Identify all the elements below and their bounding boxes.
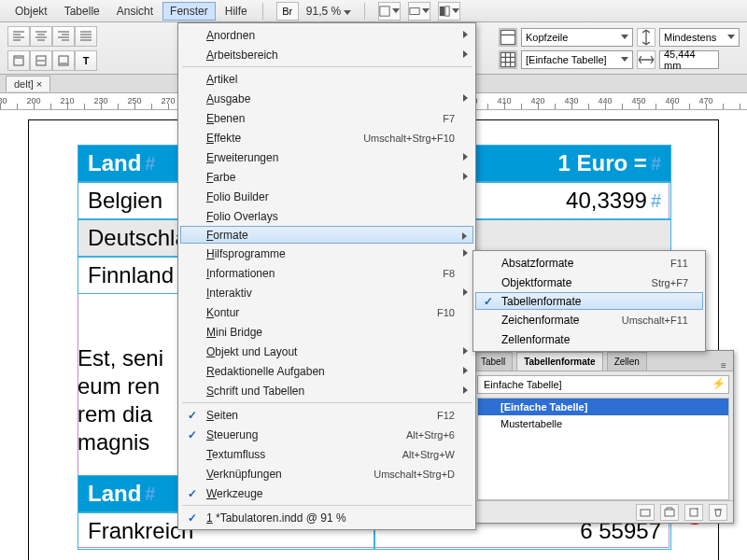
formate-submenu: AbsatzformateF11ObjektformateStrg+F7✓Tab… <box>472 250 706 352</box>
bridge-icon[interactable]: Br <box>276 2 299 21</box>
tabellenformate-panel: Tabell Tabellenformate Zellen ≡ Einfache… <box>472 350 734 524</box>
menu-item[interactable]: Formate <box>180 226 473 244</box>
menu-item[interactable]: Erweiterungen <box>180 147 473 167</box>
panel-style-select[interactable]: Einfache Tabelle] <box>477 375 729 394</box>
menu-hilfe[interactable]: Hilfe <box>218 2 255 21</box>
panel-tabs: Tabell Tabellenformate Zellen ≡ <box>473 351 733 371</box>
menu-item[interactable]: Hilfsprogramme <box>180 244 473 263</box>
menu-item[interactable]: Schrift und Tabellen <box>180 381 473 400</box>
panel-menu-icon[interactable]: ≡ <box>714 360 733 371</box>
align-justify-icon[interactable] <box>75 26 97 47</box>
menu-item[interactable]: TextumflussAlt+Strg+W <box>180 444 473 464</box>
svg-rect-11 <box>690 509 698 516</box>
menu-item[interactable]: Anordnen <box>180 25 473 45</box>
para-mark-icon: # <box>651 153 661 175</box>
menu-item[interactable]: ✓Werkzeuge <box>180 483 473 503</box>
menu-item[interactable]: InformationenF8 <box>180 263 473 283</box>
submenu-item[interactable]: Zellenformate <box>475 329 703 349</box>
view-mode-icon[interactable] <box>378 2 401 21</box>
fenster-menu: AnordnenArbeitsbereichArtikelAusgabeEben… <box>177 22 476 530</box>
row-icon <box>499 28 517 47</box>
menu-item[interactable]: Mini Bridge <box>180 322 473 342</box>
height-type-select[interactable]: Mindestens <box>659 28 740 47</box>
table-style-icon <box>499 50 517 69</box>
menu-item[interactable]: KonturF10 <box>180 302 473 322</box>
delete-style-icon[interactable] <box>709 504 727 521</box>
submenu-item[interactable]: ObjektformateStrg+F7 <box>475 273 703 292</box>
submenu-item[interactable]: AbsatzformateF11 <box>475 253 703 273</box>
menu-tabelle[interactable]: Tabelle <box>57 2 107 21</box>
svg-rect-7 <box>500 30 514 44</box>
panel-style-list: [Einfache Tabelle] Mustertabelle <box>477 398 729 500</box>
align-left-icon[interactable] <box>7 26 30 47</box>
text-rotate-icon[interactable]: T <box>75 50 97 71</box>
svg-rect-1 <box>410 7 419 14</box>
menu-item[interactable]: Farbe <box>180 167 473 187</box>
width-input[interactable]: 45,444 mm <box>659 50 719 69</box>
valign-bot-icon[interactable] <box>52 50 75 71</box>
align-right-icon[interactable] <box>52 26 75 47</box>
menu-item[interactable]: Folio Builder <box>180 187 473 206</box>
panel-tab-zellen[interactable]: Zellen <box>607 352 647 371</box>
valign-mid-icon[interactable] <box>30 50 52 71</box>
menu-item[interactable]: EbenenF7 <box>180 108 473 128</box>
svg-rect-10 <box>665 510 674 516</box>
svg-rect-3 <box>445 6 449 15</box>
svg-rect-2 <box>440 6 444 15</box>
menu-item[interactable]: Redaktionelle Aufgaben <box>180 361 473 381</box>
align-center-icon[interactable] <box>30 26 52 47</box>
row-type-select[interactable]: Kopfzeile <box>521 28 633 47</box>
new-style-icon[interactable] <box>684 504 703 521</box>
zoom-level[interactable]: 91,5 % <box>301 5 358 18</box>
new-group-icon[interactable] <box>660 504 679 521</box>
separator <box>262 3 263 20</box>
menu-item[interactable]: Objekt und Layout <box>180 342 473 361</box>
menu-item[interactable]: Ausgabe <box>180 89 473 108</box>
panel-tab-tabellenformate[interactable]: Tabellenformate <box>516 352 603 371</box>
svg-rect-8 <box>500 52 514 66</box>
menu-item[interactable]: VerknüpfungenUmschalt+Strg+D <box>180 464 473 483</box>
height-icon <box>637 28 655 47</box>
table-style-select[interactable]: [Einfache Tabelle] <box>521 50 633 69</box>
para-mark-icon: # <box>145 153 155 175</box>
valign-top-icon[interactable] <box>7 50 30 71</box>
menu-item[interactable]: Interaktiv <box>180 283 473 302</box>
menu-ansicht[interactable]: Ansicht <box>109 2 161 21</box>
menu-item[interactable]: Folio Overlays <box>180 206 473 226</box>
lightning-icon: ⚡ <box>712 377 726 390</box>
menu-objekt[interactable]: Objekt <box>7 2 55 21</box>
menu-fenster[interactable]: Fenster <box>162 2 216 21</box>
panel-tab-tabell[interactable]: Tabell <box>473 352 513 371</box>
svg-rect-9 <box>641 510 650 516</box>
separator <box>364 3 365 20</box>
menubar: Objekt Tabelle Ansicht Fenster Hilfe Br … <box>0 0 747 22</box>
menu-item[interactable]: Arbeitsbereich <box>180 45 473 64</box>
menu-item[interactable]: ✓SteuerungAlt+Strg+6 <box>180 425 473 444</box>
menu-item[interactable]: ✓1 *Tabulatoren.indd @ 91 % <box>180 508 473 527</box>
list-item[interactable]: Mustertabelle <box>478 415 728 432</box>
submenu-item[interactable]: ✓Tabellenformate <box>475 292 703 310</box>
list-item[interactable]: [Einfache Tabelle] <box>478 399 728 415</box>
arrange-icon[interactable] <box>438 2 460 21</box>
submenu-item[interactable]: ZeichenformateUmschalt+F11 <box>475 310 703 329</box>
svg-rect-0 <box>380 6 389 15</box>
clear-override-icon[interactable] <box>636 504 655 521</box>
panel-footer <box>473 500 733 523</box>
width-icon <box>637 50 655 69</box>
menu-item[interactable]: EffekteUmschalt+Strg+F10 <box>180 128 473 147</box>
menu-item[interactable]: Artikel <box>180 69 473 89</box>
document-tab[interactable]: delt] × <box>6 76 50 91</box>
screen-mode-icon[interactable] <box>408 2 430 21</box>
menu-item[interactable]: ✓SeitenF12 <box>180 405 473 425</box>
